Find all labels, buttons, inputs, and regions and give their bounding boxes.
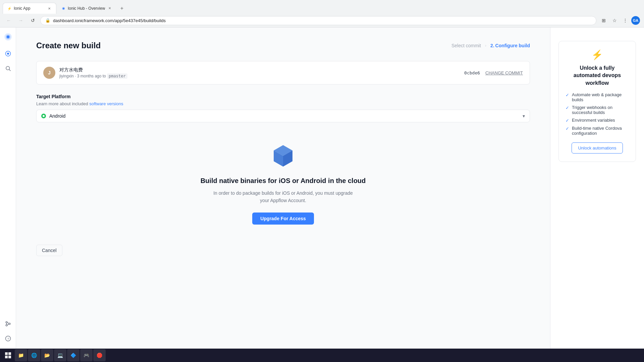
commit-right: 0cbde6 CHANGE COMMIT	[464, 70, 523, 75]
browser-chrome: ⚡ Ionic App ✕ ◉ Ionic Hub - Overview ✕ +…	[0, 0, 644, 27]
upsell-description: In order to do package builds for iOS or…	[213, 189, 354, 204]
svg-point-2	[7, 36, 9, 38]
taskbar: 📁 🌐 📂 💻 🔷 🎮 🛑	[0, 349, 644, 362]
sidebar-item-git[interactable]	[2, 318, 14, 330]
main-content: Create new build Select commit › 2.Confi…	[16, 27, 644, 349]
cube-icon	[270, 142, 297, 169]
target-platform-section: Target Platform Learn more about include…	[36, 94, 530, 122]
upsell-section: Build native binaries for iOS or Android…	[36, 136, 530, 231]
sidebar-bottom: ?	[2, 318, 14, 345]
software-versions-link[interactable]: software versions	[89, 101, 123, 106]
platform-name: Android	[49, 113, 65, 119]
check-icon-3: ✓	[566, 118, 569, 123]
tab-active[interactable]: ⚡ Ionic App ✕	[3, 3, 56, 14]
svg-point-7	[6, 321, 7, 323]
svg-point-9	[9, 323, 10, 325]
step-1-label: Select commit	[451, 43, 481, 48]
tab-title-2: Ionic Hub - Overview	[68, 6, 105, 11]
step-2-label: 2.Configure build	[490, 43, 530, 48]
sidebar: ?	[0, 27, 16, 349]
commit-meta: jiyingxin · 3 months ago to pmaster	[59, 74, 127, 78]
right-panel: ⚡ Unlock a fully automated devops workfl…	[550, 27, 644, 349]
address-bar: ← → ↺ 🔒 dashboard.ionicframework.com/app…	[0, 14, 644, 27]
tab-favicon-2: ◉	[61, 6, 66, 11]
feature-item-2: ✓ Trigger webhooks on successful builds	[566, 105, 629, 115]
feature-label-2: Trigger webhooks on successful builds	[572, 105, 629, 115]
platform-select-left: Android	[41, 113, 65, 119]
forward-button[interactable]: →	[16, 16, 25, 25]
app-layout: ? Create new build Select commit › 2.Con…	[0, 27, 644, 349]
commit-card: J 对方水电费 jiyingxin · 3 months ago to pmas…	[36, 61, 530, 84]
unlock-automations-button[interactable]: Unlock automations	[572, 142, 623, 154]
svg-line-12	[7, 324, 9, 325]
svg-rect-22	[8, 356, 11, 358]
toolbar-icons: ⊞ ☆ ⋮ GA	[599, 16, 640, 25]
svg-point-5	[6, 66, 10, 70]
page-header: Create new build Select commit › 2.Confi…	[36, 41, 530, 50]
feature-label-4: Build-time native Cordova configuration	[572, 126, 629, 136]
sidebar-item-search[interactable]	[2, 62, 14, 74]
taskbar-app-4[interactable]: 💻	[54, 349, 66, 361]
upgrade-button[interactable]: Upgrade For Access	[252, 213, 314, 225]
taskbar-app-7[interactable]: 🛑	[93, 349, 106, 361]
commit-branch: pmaster	[107, 73, 127, 79]
tab-bar: ⚡ Ionic App ✕ ◉ Ionic Hub - Overview ✕ +	[0, 0, 644, 14]
svg-rect-19	[5, 352, 8, 355]
commit-avatar: J	[43, 67, 55, 79]
feature-item-1: ✓ Automate web & package builds	[566, 92, 629, 102]
commit-time: 3 months ago to	[77, 74, 106, 78]
feature-label-3: Environment variables	[572, 118, 615, 123]
cancel-button[interactable]: Cancel	[36, 245, 62, 256]
feature-item-4: ✓ Build-time native Cordova configuratio…	[566, 126, 629, 136]
chevron-down-icon: ▾	[523, 113, 525, 119]
sidebar-item-home[interactable]	[2, 48, 14, 60]
svg-line-11	[7, 322, 9, 323]
new-tab-button[interactable]: +	[117, 4, 126, 13]
taskbar-app-1[interactable]: 📁	[15, 349, 27, 361]
sidebar-item-help[interactable]: ?	[2, 333, 14, 345]
svg-rect-20	[8, 352, 11, 355]
change-commit-button[interactable]: CHANGE COMMIT	[485, 70, 523, 75]
bolt-icon: ⚡	[566, 49, 629, 60]
automation-title: Unlock a fully automated devops workflow	[566, 64, 629, 87]
page-title: Create new build	[36, 41, 101, 50]
taskbar-start-button[interactable]	[3, 350, 13, 361]
commit-left: J 对方水电费 jiyingxin · 3 months ago to pmas…	[43, 67, 127, 79]
commit-info: 对方水电费 jiyingxin · 3 months ago to pmaste…	[59, 67, 127, 78]
settings-icon[interactable]: ⋮	[621, 16, 630, 25]
bookmark-icon[interactable]: ☆	[610, 16, 619, 25]
step-2: 2.Configure build	[490, 43, 530, 48]
commit-message: 对方水电费	[59, 67, 127, 73]
check-icon-2: ✓	[566, 105, 569, 110]
profile-icon[interactable]: GA	[631, 16, 640, 25]
automation-features-list: ✓ Automate web & package builds ✓ Trigge…	[566, 92, 629, 136]
platform-status-dot	[41, 114, 46, 118]
svg-point-8	[6, 324, 7, 326]
tab-close-1[interactable]: ✕	[47, 6, 52, 11]
taskbar-app-6[interactable]: 🎮	[80, 349, 93, 361]
check-icon-1: ✓	[566, 93, 569, 98]
url-text: dashboard.ionicframework.com/app/5e437e4…	[53, 18, 166, 23]
back-button[interactable]: ←	[4, 16, 13, 25]
commit-author: jiyingxin	[59, 74, 74, 78]
taskbar-app-5[interactable]: 🔷	[67, 349, 79, 361]
platform-select-dropdown[interactable]: Android ▾	[36, 110, 530, 122]
svg-text:?: ?	[7, 337, 9, 341]
tab-close-2[interactable]: ✕	[107, 6, 112, 11]
platform-section-sublabel: Learn more about included software versi…	[36, 101, 530, 106]
url-bar[interactable]: 🔒 dashboard.ionicframework.com/app/5e437…	[40, 16, 596, 25]
extensions-icon[interactable]: ⊞	[599, 16, 608, 25]
reload-button[interactable]: ↺	[28, 16, 38, 25]
feature-item-3: ✓ Environment variables	[566, 118, 629, 123]
cancel-area: Cancel	[36, 245, 530, 256]
tab-inactive[interactable]: ◉ Ionic Hub - Overview ✕	[57, 3, 116, 14]
svg-rect-21	[5, 356, 8, 358]
step-1: Select commit	[451, 43, 481, 48]
stepper: Select commit › 2.Configure build	[451, 43, 530, 48]
taskbar-app-2[interactable]: 🌐	[28, 349, 40, 361]
taskbar-app-3[interactable]: 📂	[41, 349, 53, 361]
app-logo	[3, 32, 13, 42]
svg-line-6	[9, 69, 10, 71]
check-icon-4: ✓	[566, 126, 569, 131]
svg-point-4	[7, 53, 9, 55]
